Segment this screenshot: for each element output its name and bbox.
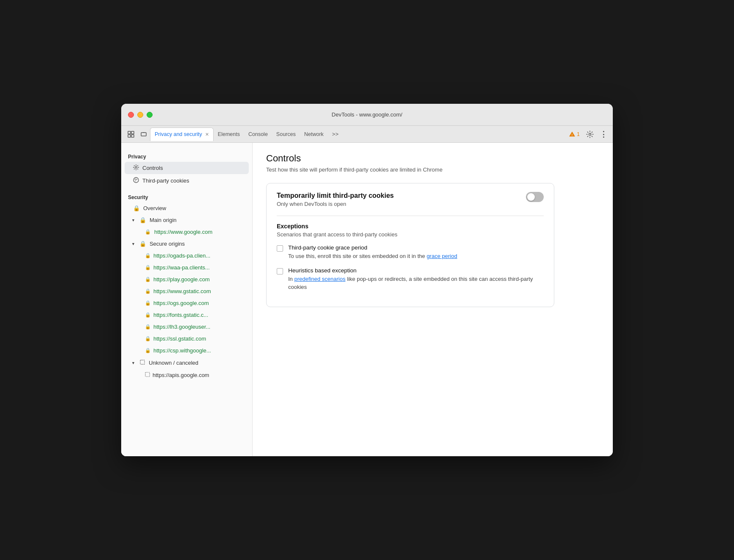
lock-icon-url8: 🔒: [145, 348, 151, 353]
sidebar-item-main-origin-url[interactable]: 🔒 https://www.google.com: [125, 226, 249, 238]
sidebar-item-main-origin[interactable]: ▼ 🔒 Main origin: [125, 214, 249, 226]
lock-icon-url0: 🔒: [145, 253, 151, 258]
exception-grace-period-text: Third-party cookie grace period To use t…: [288, 244, 457, 261]
lock-icon-url4: 🔒: [145, 300, 151, 306]
exception-grace-period: Third-party cookie grace period To use t…: [277, 244, 544, 261]
expand-arrow-secure-origins: ▼: [131, 242, 135, 246]
grace-period-link[interactable]: grace period: [427, 253, 457, 259]
tab-elements[interactable]: Elements: [214, 128, 244, 141]
sidebar-url-7[interactable]: 🔒 https://ssl.gstatic.com: [125, 333, 249, 344]
sidebar-url-0[interactable]: 🔒 https://ogads-pa.clien...: [125, 250, 249, 261]
gear-icon: [133, 164, 139, 172]
tab-close-icon[interactable]: ✕: [205, 132, 209, 137]
sidebar-item-unknown-label: Unknown / canceled: [149, 360, 198, 366]
svg-rect-4: [141, 133, 146, 136]
exception-heuristics-checkbox[interactable]: [277, 268, 283, 274]
content-area: Privacy Controls: [121, 143, 613, 456]
svg-rect-2: [128, 135, 131, 137]
secure-url-8: https://csp.withgoogle...: [153, 347, 211, 354]
tab-privacy-security[interactable]: Privacy and security ✕: [150, 128, 214, 141]
tab-privacy-security-label: Privacy and security: [155, 131, 202, 137]
unknown-url-label: https://apis.google.com: [153, 372, 209, 378]
exceptions-subtitle: Scenarios that grant access to third-par…: [277, 231, 544, 238]
inspect-icon-btn[interactable]: [125, 128, 137, 141]
devtools-window: DevTools - www.google.com/ Privacy and s…: [121, 104, 613, 456]
sidebar-item-main-origin-label: Main origin: [150, 217, 177, 223]
exception-heuristics-desc-before: In: [288, 276, 294, 282]
sidebar-url-6[interactable]: 🔒 https://lh3.googleuser...: [125, 321, 249, 333]
svg-rect-13: [140, 360, 145, 364]
security-section-header: Security: [121, 192, 252, 202]
sidebar-item-unknown[interactable]: ▼ Unknown / canceled: [125, 357, 249, 369]
lock-icon-url7: 🔒: [145, 336, 151, 341]
tab-network[interactable]: Network: [300, 128, 328, 141]
sidebar-item-controls[interactable]: Controls: [125, 162, 249, 174]
sidebar-item-cookies-label: Third-party cookies: [142, 177, 189, 184]
sidebar-url-3[interactable]: 🔒 https://www.gstatic.com: [125, 286, 249, 297]
sidebar-item-secure-origins-label: Secure origins: [150, 241, 185, 247]
page-title: Controls: [266, 153, 599, 164]
lock-icon-main-origin: 🔒: [139, 217, 146, 223]
sidebar-item-secure-origins[interactable]: ▼ 🔒 Secure origins: [125, 238, 249, 250]
lock-icon-main-url: 🔒: [145, 229, 151, 235]
svg-point-9: [133, 177, 139, 183]
more-tabs-icon: >>: [332, 131, 339, 137]
svg-rect-1: [131, 131, 134, 134]
tab-elements-label: Elements: [218, 131, 240, 137]
sidebar-item-third-party-cookies[interactable]: Third-party cookies: [125, 175, 249, 187]
warn-count: 1: [577, 131, 580, 137]
secure-url-0: https://ogads-pa.clien...: [153, 252, 210, 259]
minimize-button[interactable]: [137, 112, 143, 118]
close-button[interactable]: [128, 112, 134, 118]
expand-arrow-main-origin: ▼: [131, 218, 135, 222]
exceptions-title: Exceptions: [277, 223, 544, 230]
exception-heuristics: Heuristics based exception In predefined…: [277, 267, 544, 291]
cookie-icon: [133, 177, 139, 184]
card-title: Temporarily limit third-party cookies: [277, 192, 394, 200]
more-options-btn[interactable]: ⋮: [598, 128, 609, 140]
svg-rect-14: [145, 372, 150, 377]
privacy-section-header: Privacy: [121, 151, 252, 161]
lock-icon-url1: 🔒: [145, 265, 151, 270]
secure-url-1: https://waa-pa.clients...: [153, 264, 210, 271]
secure-url-4: https://ogs.google.com: [153, 300, 209, 306]
sidebar-url-2[interactable]: 🔒 https://play.google.com: [125, 274, 249, 285]
warning-badge[interactable]: ! 1: [566, 130, 582, 139]
exception-grace-period-desc-before: To use this, enroll this site or sites e…: [288, 253, 427, 259]
titlebar: DevTools - www.google.com/: [121, 104, 613, 126]
tab-network-label: Network: [304, 131, 324, 137]
device-toggle-btn[interactable]: [137, 128, 150, 141]
maximize-button[interactable]: [147, 112, 153, 118]
lock-icon-url3: 🔒: [145, 288, 151, 294]
tabs-bar: Privacy and security ✕ Elements Console …: [121, 126, 613, 143]
sidebar-item-overview[interactable]: 🔒 Overview: [125, 202, 249, 214]
predefined-scenarios-link[interactable]: predefined scenarios: [294, 276, 345, 282]
tab-sources[interactable]: Sources: [272, 128, 300, 141]
sidebar-url-4[interactable]: 🔒 https://ogs.google.com: [125, 297, 249, 309]
lock-icon-secure: 🔒: [139, 241, 146, 247]
exception-grace-period-checkbox[interactable]: [277, 245, 283, 252]
sidebar-url-5[interactable]: 🔒 https://fonts.gstatic.c...: [125, 309, 249, 321]
traffic-lights: [128, 112, 153, 118]
tab-console[interactable]: Console: [244, 128, 272, 141]
svg-rect-5: [143, 132, 145, 133]
svg-point-11: [136, 179, 137, 180]
svg-point-7: [589, 133, 591, 135]
sidebar-item-overview-label: Overview: [143, 205, 166, 211]
expand-arrow-unknown: ▼: [131, 361, 135, 365]
main-origin-url-label: https://www.google.com: [154, 229, 212, 235]
lock-icon-url6: 🔒: [145, 324, 151, 330]
sidebar-url-1[interactable]: 🔒 https://waa-pa.clients...: [125, 262, 249, 273]
sidebar-url-8[interactable]: 🔒 https://csp.withgoogle...: [125, 345, 249, 356]
limit-cookies-toggle[interactable]: [526, 192, 544, 202]
sidebar-item-unknown-url[interactable]: https://apis.google.com: [125, 369, 249, 381]
settings-btn[interactable]: [584, 128, 596, 140]
more-tabs-btn[interactable]: >>: [328, 128, 343, 141]
exception-heuristics-title: Heuristics based exception: [288, 267, 544, 274]
unknown-icon: [139, 359, 145, 366]
page-subtitle: Test how this site will perform if third…: [266, 166, 599, 173]
exception-heuristics-desc: In predefined scenarios like pop-ups or …: [288, 275, 544, 291]
lock-icon: 🔒: [133, 205, 140, 211]
controls-card: Temporarily limit third-party cookies On…: [266, 183, 554, 307]
main-content: Controls Test how this site will perform…: [253, 143, 613, 456]
